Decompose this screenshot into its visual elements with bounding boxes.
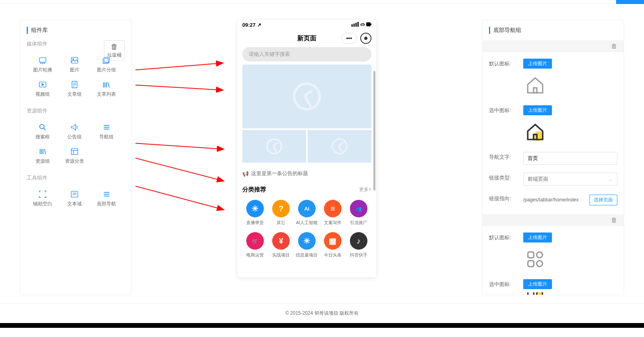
megaphone-icon: 📢 [242, 171, 249, 177]
default-icon-label: 默认图标: [489, 59, 517, 67]
category-icon: ? [272, 200, 290, 217]
delete-icon[interactable]: 🗑 [611, 217, 617, 224]
component-label: 文章列表 [97, 91, 116, 98]
link-target-label: 链接指向: [489, 193, 517, 202]
component-resource[interactable]: 资源组 [27, 144, 59, 168]
component-label: 图片分组 [97, 67, 116, 73]
component-search[interactable]: 搜索框 [27, 119, 59, 144]
component-label: 底部导航 [97, 201, 116, 207]
link-type-select[interactable]: 前端页面 ⌄ [523, 173, 617, 185]
component-category[interactable]: 资源分类 [59, 144, 90, 168]
svg-point-3 [44, 63, 45, 63]
category-icon [70, 147, 79, 156]
svg-rect-34 [353, 24, 355, 27]
component-bottom-nav[interactable]: 底部导航 [90, 186, 122, 211]
link-target-value: /pages/tabbar/home/index [523, 193, 587, 206]
status-icons [351, 22, 371, 28]
svg-rect-0 [39, 58, 46, 62]
component-label: 导航组 [99, 134, 114, 140]
category-item[interactable]: ☀信息差项目 [294, 229, 320, 261]
component-blank[interactable]: 辅助空白 [27, 186, 59, 211]
svg-rect-21 [71, 191, 78, 197]
article-icon [70, 80, 79, 89]
default-icon-label-2: 默认图标: [489, 233, 517, 241]
upload-default-icon-button-2[interactable]: 上传图片 [523, 233, 552, 242]
footer-bottom-bar [0, 323, 644, 328]
svg-rect-38 [371, 24, 371, 25]
category-item[interactable]: ♪抖音快手 [346, 229, 371, 261]
status-bar: 09:27 ↗ [238, 20, 376, 30]
nav-grid-item[interactable] [242, 130, 306, 163]
category-icon: ≡ [324, 200, 342, 217]
select-page-button[interactable]: 选择页面 [589, 195, 617, 205]
trash-icon: 🗑 [111, 43, 118, 51]
nav-grid-item[interactable] [308, 130, 371, 163]
category-label: 直播带货 [246, 220, 264, 226]
item-toolbar-2: 🗑 [483, 214, 624, 226]
image-nav-grid [242, 130, 371, 163]
nav-text-input[interactable] [523, 152, 617, 165]
category-section-title: 分类推荐 [242, 186, 266, 193]
upload-default-icon-button[interactable]: 上传图片 [523, 59, 552, 69]
bottom-nav-icon [102, 189, 111, 199]
category-item[interactable]: 👥引流推广 [346, 197, 371, 229]
category-label: 文案写作 [324, 220, 342, 226]
trash-label: 垃圾桶 [107, 52, 122, 59]
component-label: 视频组 [35, 91, 50, 98]
carousel-banner[interactable] [242, 65, 371, 128]
active-icon-label-2: 选中图标: [489, 279, 517, 288]
component-article[interactable]: 文章组 [59, 77, 90, 101]
top-action-button[interactable] [616, 0, 644, 4]
blank-icon [38, 189, 47, 199]
trash-bin[interactable]: 🗑 垃圾桶 [104, 40, 125, 61]
svg-point-45 [537, 261, 543, 267]
footer-copyright: © 2015-2024 韬哥说项目 版权所有 [0, 303, 644, 323]
svg-point-1 [41, 63, 41, 63]
svg-rect-42 [528, 252, 534, 258]
svg-point-13 [40, 124, 44, 129]
target-button[interactable] [360, 33, 371, 44]
panel-title: 组件库 [27, 27, 125, 34]
category-item[interactable]: ¥实战项目 [268, 229, 294, 261]
category-label: 电商运营 [246, 252, 264, 258]
category-item[interactable]: ≡文案写作 [320, 197, 346, 229]
component-nav[interactable]: 导航组 [90, 119, 122, 144]
component-article-list[interactable]: 文章列表 [90, 77, 122, 101]
announcement-bar[interactable]: 📢 这里是第一条公告的标题 [238, 166, 376, 181]
category-icon: ▦ [324, 232, 342, 250]
svg-rect-44 [528, 261, 534, 267]
category-item[interactable]: ?其它 [268, 197, 294, 229]
svg-rect-37 [366, 22, 371, 26]
category-item[interactable]: ☀直播带货 [242, 197, 268, 229]
category-item[interactable]: 🛒电商运营 [242, 229, 268, 261]
delete-icon[interactable]: 🗑 [611, 43, 617, 50]
search-icon [38, 122, 47, 132]
category-item[interactable]: ▦今日头条 [320, 229, 346, 261]
category-icon: 🛒 [246, 232, 264, 250]
menu-dots-button[interactable]: ••• [341, 33, 357, 44]
svg-rect-18 [71, 149, 78, 155]
chevron-down-icon: ⌄ [609, 176, 613, 182]
status-time: 09:27 ↗ [242, 22, 261, 28]
component-label: 公告组 [67, 134, 82, 140]
phone-preview-area: 09:27 ↗ 新页面 ••• 请输入关键字搜索 [139, 20, 474, 295]
more-link[interactable]: 更多> [359, 186, 371, 193]
article-list-icon [102, 80, 111, 89]
upload-active-icon-button-2[interactable]: 上传图片 [523, 279, 552, 289]
component-library-panel: 组件库 🗑 垃圾桶 媒体组件 图片轮播图片图片分组视频组文章组文章列表 资源组件… [20, 20, 132, 295]
component-textarea[interactable]: 文本域 [59, 186, 90, 211]
component-label: 图片轮播 [33, 67, 52, 73]
component-label: 文本域 [67, 201, 82, 207]
component-carousel[interactable]: 图片轮播 [27, 52, 59, 77]
section-tool-label: 工具组件 [27, 174, 125, 181]
upload-active-icon-button[interactable]: 上传图片 [523, 105, 552, 115]
component-video[interactable]: 视频组 [27, 77, 59, 101]
section-resource-label: 资源组件 [27, 107, 125, 114]
category-item[interactable]: AiAI人工智能 [294, 197, 320, 229]
component-label: 搜索框 [35, 134, 50, 140]
component-announce[interactable]: 公告组 [59, 119, 90, 144]
component-image[interactable]: 图片 [59, 52, 90, 77]
search-input[interactable]: 请输入关键字搜索 [242, 47, 371, 61]
default-icon-preview-2 [523, 247, 547, 271]
category-label: 引流推广 [350, 220, 367, 226]
